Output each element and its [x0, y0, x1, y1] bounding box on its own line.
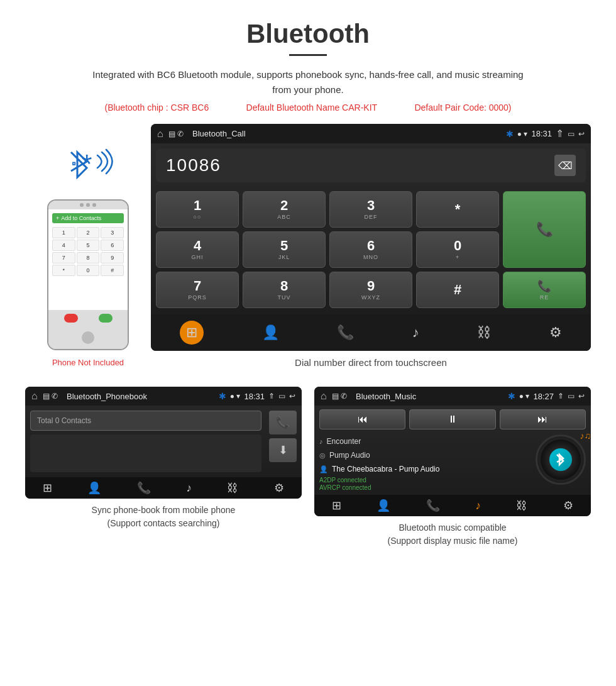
- toolbar-settings-btn[interactable]: ⚙: [549, 324, 562, 341]
- prev-button[interactable]: ⏮: [319, 409, 405, 429]
- key-3[interactable]: 3DEF: [329, 191, 412, 228]
- toolbar-link-btn[interactable]: ⛓: [477, 324, 491, 341]
- bottom-toolbar: ⊞ 👤 📞 ♪ ⛓ ⚙: [151, 314, 591, 351]
- redial-button[interactable]: 📞 RE: [503, 272, 586, 308]
- keypad-grid: 1○○ 2ABC 3DEF * 📞 4GHI: [151, 187, 591, 314]
- signal-waves-icon: [94, 146, 116, 177]
- pb-toolbar-link[interactable]: ⛓: [227, 482, 238, 495]
- main-section: ⬞* +Add to Contacts: [25, 124, 591, 387]
- back-icon: ↩: [578, 130, 585, 138]
- phonebook-action-buttons: 📞 ⬇: [269, 411, 297, 472]
- bluetooth-bt-icon: [65, 146, 96, 184]
- pb-toolbar-keypad[interactable]: ⊞: [43, 481, 52, 495]
- specs-line: (Bluetooth chip : CSR BC6 Default Blueto…: [0, 102, 616, 113]
- key-star[interactable]: *: [416, 191, 499, 228]
- music-back-icon: ↩: [578, 392, 585, 401]
- next-button[interactable]: ⏭: [500, 409, 586, 429]
- track-name-current: The Cheebacabra - Pump Audio: [332, 465, 439, 473]
- pb-bottom-toolbar: ⊞ 👤 📞 ♪ ⛓ ⚙: [25, 477, 302, 499]
- toolbar-contacts-btn[interactable]: 👤: [262, 324, 279, 341]
- pb-toolbar-contacts[interactable]: 👤: [87, 481, 101, 495]
- bluetooth-icon-area: ⬞*: [60, 143, 116, 193]
- phonebook-download-btn[interactable]: ⬇: [269, 438, 297, 462]
- music-bt-icon: ✱: [508, 391, 515, 401]
- vinyl-container: ♪♫: [536, 434, 586, 485]
- music-status-label: Bluetooth_Music: [356, 392, 503, 401]
- key-hash[interactable]: #: [416, 272, 499, 308]
- toolbar-keypad-btn[interactable]: ⊞: [180, 321, 204, 345]
- phonebook-block: ⌂ ▤ ✆ Bluetooth_Phonebook ✱ ● ▾ 18:31 ⇑ …: [25, 387, 302, 548]
- vinyl-disc: [536, 434, 586, 485]
- music-toolbar-contacts[interactable]: 👤: [377, 499, 390, 512]
- phone-area: ⬞* +Add to Contacts: [25, 124, 151, 367]
- key-9[interactable]: 9WXYZ: [329, 272, 412, 308]
- keypad-icon: ⊞: [186, 324, 197, 341]
- phonebook-caption: Sync phone-book from mobile phone (Suppo…: [25, 504, 302, 530]
- phone-dot: [86, 203, 90, 207]
- track-encounter: ♪ Encounter: [319, 434, 531, 448]
- key-5[interactable]: 5JKL: [243, 231, 326, 268]
- phone-home-btn: [82, 331, 94, 344]
- key-6[interactable]: 6MNO: [329, 231, 412, 268]
- music-signal: ● ▾: [519, 392, 530, 401]
- note-icon: ♪: [319, 438, 323, 445]
- music-status-right: ✱ ● ▾ 18:27 ⇑ ▭ ↩: [508, 391, 585, 401]
- phonebook-list-col: Total 0 Contacts: [30, 411, 261, 472]
- pb-window-icon: ▭: [278, 392, 285, 401]
- signal-dots: ● ▾: [517, 130, 528, 138]
- key-1[interactable]: 1○○: [156, 191, 239, 228]
- toolbar-call-btn[interactable]: 📞: [337, 324, 354, 341]
- description-text: Integrated with BC6 Bluetooth module, su…: [88, 67, 528, 97]
- contacts-icon: 👤: [262, 324, 279, 341]
- key-4[interactable]: 4GHI: [156, 231, 239, 268]
- pb-toolbar-music[interactable]: ♪: [186, 482, 192, 495]
- add-contact-btn: +Add to Contacts: [52, 213, 124, 223]
- backspace-button[interactable]: ⌫: [554, 155, 576, 176]
- contacts-count-label: Total 0 Contacts: [37, 416, 91, 425]
- phone-key: 2: [77, 227, 100, 238]
- toolbar-music-btn[interactable]: ♪: [412, 324, 419, 341]
- key-2[interactable]: 2ABC: [243, 191, 326, 228]
- music-info: ♪ Encounter ◎ Pump Audio 👤 The Cheebacab…: [319, 434, 586, 491]
- phone-keypad: 1 2 3 4 5 6 7 8 9 * 0 #: [52, 227, 124, 276]
- key-0[interactable]: 0+: [416, 231, 499, 268]
- contacts-search-field[interactable]: Total 0 Contacts: [30, 411, 261, 431]
- phonebook-status-bar: ⌂ ▤ ✆ Bluetooth_Phonebook ✱ ● ▾ 18:31 ⇑ …: [25, 387, 302, 406]
- expand-icon: ⇑: [556, 128, 564, 140]
- music-toolbar-keypad[interactable]: ⊞: [332, 499, 341, 512]
- music-time: 18:27: [533, 392, 554, 401]
- window-icon: ▭: [568, 130, 575, 138]
- avrcp-connected-label: AVRCP connected: [319, 484, 531, 491]
- key-8[interactable]: 8TUV: [243, 272, 326, 308]
- music-content: ⏮ ⏸ ⏭ ♪ Encounter ◎ Pump Audio: [314, 406, 591, 495]
- bt-logo-icon: [554, 452, 567, 467]
- phone-bottom-bar: [48, 310, 128, 326]
- call-button[interactable]: 📞: [503, 191, 586, 268]
- status-icons: ▤ ✆: [168, 130, 184, 138]
- phone-end-btn: [64, 314, 78, 323]
- music-expand-icon: ⇑: [558, 392, 564, 401]
- music-toolbar-link[interactable]: ⛓: [516, 499, 527, 512]
- phone-key-zero: 0: [77, 265, 100, 276]
- track-name-pump: Pump Audio: [329, 451, 370, 460]
- phone-call-btn: [99, 314, 113, 323]
- phone-screen: +Add to Contacts 1 2 3 4 5 6 7 8 9 * 0 #: [48, 209, 128, 310]
- music-toolbar-music[interactable]: ♪: [475, 499, 481, 512]
- music-list: ♪ Encounter ◎ Pump Audio 👤 The Cheebacab…: [319, 434, 531, 491]
- track-current: 👤 The Cheebacabra - Pump Audio: [319, 462, 531, 476]
- phonebook-call-btn[interactable]: 📞: [269, 411, 297, 434]
- key-7[interactable]: 7PQRS: [156, 272, 239, 308]
- dial-screen-container: ⌂ ▤ ✆ Bluetooth_Call ✱ ● ▾ 18:31 ⇑ ▭ ↩ 1…: [151, 124, 591, 380]
- pb-toolbar-call[interactable]: 📞: [137, 481, 151, 495]
- pause-button[interactable]: ⏸: [409, 409, 495, 429]
- title-underline: [289, 54, 327, 56]
- link-icon: ⛓: [477, 324, 491, 341]
- status-right: ✱ ● ▾ 18:31 ⇑ ▭ ↩: [506, 128, 585, 140]
- music-toolbar-call[interactable]: 📞: [426, 499, 440, 512]
- music-toolbar-settings[interactable]: ⚙: [563, 499, 573, 512]
- pb-toolbar-settings[interactable]: ⚙: [274, 481, 284, 495]
- a2dp-connected-label: A2DP connected: [319, 477, 531, 484]
- phone-key: 4: [52, 240, 75, 251]
- track-pump: ◎ Pump Audio: [319, 448, 531, 462]
- phone-top-bar: [48, 201, 128, 209]
